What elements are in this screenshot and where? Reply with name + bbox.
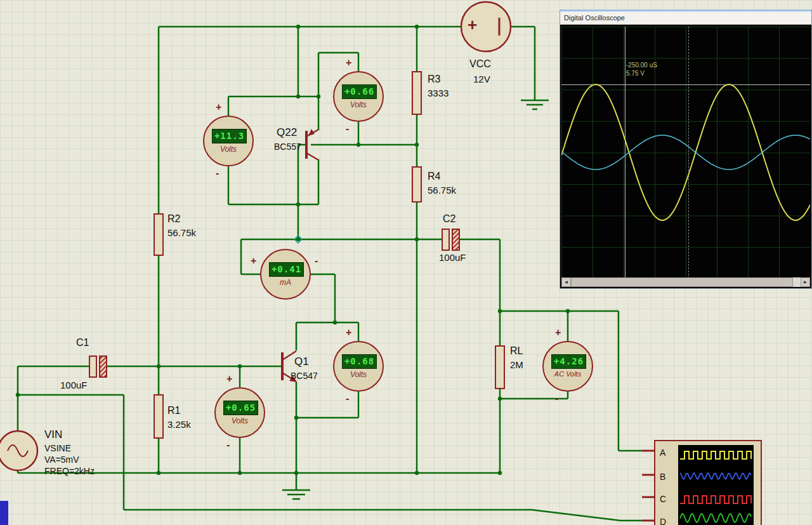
- voltmeter-q1-vbe[interactable]: +0.65 Volts: [214, 387, 265, 438]
- label-rl-name[interactable]: RL: [510, 345, 523, 357]
- oscilloscope-screen: -250.00 uS 5.75 V: [561, 27, 810, 279]
- label-q22-value[interactable]: BC557: [274, 142, 301, 152]
- probe-screen: [678, 445, 754, 525]
- components-layer: [0, 2, 654, 521]
- cursor-volts-value: 5.75 V: [626, 69, 657, 77]
- label-vin-frequency[interactable]: FREQ=2kHz: [44, 467, 95, 476]
- capacitor-c1[interactable]: [89, 356, 107, 377]
- label-c1-value[interactable]: 100uF: [60, 380, 88, 391]
- logic-probe-component[interactable]: A B C D: [654, 440, 762, 525]
- minus-sign: -: [346, 393, 349, 404]
- resistor-r3[interactable]: [412, 72, 421, 114]
- label-r3-value[interactable]: 3333: [428, 88, 449, 99]
- probe-channel-b-label: B: [660, 472, 665, 482]
- scope-traces: [561, 27, 810, 279]
- minus-sign: -: [555, 393, 558, 404]
- meter-unit: Volts: [216, 416, 264, 425]
- source-vin[interactable]: [0, 431, 37, 470]
- resistor-r4[interactable]: [412, 167, 421, 202]
- oscilloscope-title: Digital Oscilloscope: [564, 14, 625, 22]
- label-rl-value[interactable]: 2M: [510, 360, 523, 371]
- label-r2-name[interactable]: R2: [167, 213, 180, 225]
- label-r1-value[interactable]: 3.25k: [167, 420, 191, 430]
- minus-sign: -: [315, 255, 318, 267]
- voltmeter-q22-junction[interactable]: +0.66 Volts: [333, 71, 384, 122]
- probe-wave-blue: [680, 473, 751, 479]
- wires[interactable]: [18, 27, 642, 521]
- meter-unit: Volts: [334, 100, 383, 109]
- probe-waveforms: [678, 445, 754, 525]
- scroll-thumb[interactable]: [571, 277, 793, 287]
- plus-sign: +: [226, 373, 232, 385]
- scope-cursor-readout: -250.00 uS 5.75 V: [626, 61, 657, 77]
- probe-channel-c-label: C: [660, 494, 666, 504]
- label-vin-amplitude[interactable]: VA=5mV: [44, 455, 79, 465]
- meter-unit: AC Volts: [544, 370, 592, 378]
- label-r1-name[interactable]: R1: [167, 405, 180, 416]
- label-vin-model[interactable]: VSINE: [44, 444, 71, 453]
- oscilloscope-window[interactable]: Digital Oscilloscope -250.00 uS 5.75 V ◄…: [560, 10, 812, 289]
- label-r2-value[interactable]: 56.75k: [167, 228, 196, 239]
- label-q1-name[interactable]: Q1: [294, 356, 309, 368]
- scope-scrollbar[interactable]: ◄ ►: [561, 277, 810, 287]
- probe-pins[interactable]: [642, 451, 654, 521]
- meter-display: +4.26: [551, 354, 586, 369]
- probe-channel-a-label: A: [660, 448, 665, 458]
- label-q22-name[interactable]: Q22: [277, 127, 297, 139]
- label-r4-name[interactable]: R4: [428, 171, 440, 182]
- plus-sign: +: [216, 102, 221, 113]
- trace-channel-yellow: [561, 84, 810, 220]
- label-c1-name[interactable]: C1: [76, 337, 89, 349]
- label-c2-name[interactable]: C2: [443, 213, 455, 225]
- probe-wave-yellow: [680, 451, 751, 459]
- meter-display: +0.66: [342, 84, 377, 99]
- scroll-right-arrow-icon[interactable]: ►: [801, 277, 810, 287]
- voltmeter-q1-vce[interactable]: +0.68 Volts: [333, 341, 384, 392]
- wire-net: [18, 27, 642, 521]
- label-vcc-name[interactable]: VCC: [469, 58, 491, 70]
- voltmeter-output-ac[interactable]: +4.26 AC Volts: [542, 341, 593, 392]
- label-q1-value[interactable]: BC547: [291, 371, 318, 381]
- label-vin-name[interactable]: VIN: [44, 429, 62, 441]
- plus-sign: +: [251, 255, 256, 267]
- probe-channel-d-label: D: [660, 517, 666, 525]
- oscilloscope-titlebar[interactable]: Digital Oscilloscope: [560, 11, 811, 25]
- trace-channel-cyan: [561, 135, 810, 169]
- minus-sign: -: [216, 168, 219, 179]
- meter-display: +0.65: [223, 401, 258, 415]
- meter-unit: Volts: [334, 370, 383, 379]
- meter-display: +0.68: [342, 354, 377, 369]
- plus-sign: +: [346, 327, 351, 338]
- meter-display: +0.41: [269, 262, 304, 277]
- proteus-schematic-canvas[interactable]: VCC 12V + R3 3333 R4 56.75k R2 56.75k R1…: [0, 0, 812, 525]
- label-r4-value[interactable]: 56.75k: [428, 185, 456, 196]
- voltmeter-stage2[interactable]: +11.3 Volts: [203, 116, 254, 166]
- ammeter-collector[interactable]: +0.41 mA: [260, 249, 311, 300]
- capacitor-c2[interactable]: [442, 229, 459, 250]
- scroll-left-arrow-icon[interactable]: ◄: [561, 277, 571, 287]
- label-c2-value[interactable]: 100uF: [439, 253, 466, 263]
- sheet-border-corner: [0, 501, 8, 525]
- meter-display: +11.3: [212, 129, 247, 143]
- vcc-plus-symbol: +: [468, 15, 477, 35]
- meter-unit: Volts: [204, 145, 252, 154]
- probe-wave-red: [680, 496, 751, 503]
- plus-sign: +: [346, 57, 351, 69]
- label-r3-name[interactable]: R3: [428, 74, 440, 85]
- minus-sign: -: [226, 439, 230, 451]
- minus-sign: -: [346, 123, 349, 135]
- plus-sign: +: [555, 327, 561, 338]
- label-vcc-value[interactable]: 12V: [473, 74, 490, 85]
- resistor-rl[interactable]: [495, 346, 504, 389]
- cursor-time-value: -250.00 uS: [626, 61, 657, 69]
- resistor-r2[interactable]: [154, 214, 163, 255]
- meter-unit: mA: [261, 278, 310, 287]
- probe-wave-green: [680, 514, 751, 522]
- resistor-r1[interactable]: [154, 395, 163, 438]
